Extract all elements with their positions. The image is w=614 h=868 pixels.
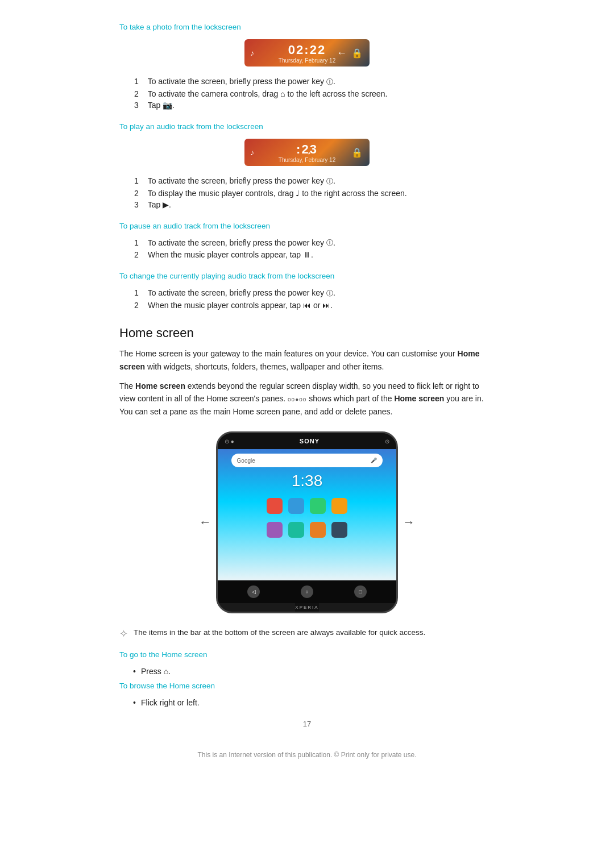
- sony-logo: SONY: [300, 438, 320, 445]
- phone-top-bar: ⊙ ● SONY ⊙: [218, 433, 396, 449]
- step-text: When the music player controls appear, t…: [148, 301, 333, 310]
- app-icon-5: [267, 522, 283, 538]
- step-text: To activate the screen, briefly press th…: [148, 238, 335, 247]
- step-text: Tap 📷.: [148, 101, 175, 110]
- app-icon-4: [331, 498, 347, 514]
- lock-icon-2: 🔒: [351, 147, 363, 157]
- change-audio-title: To change the currently playing audio tr…: [119, 272, 495, 280]
- swipe-right-arrow: →: [403, 515, 415, 530]
- back-button: ◁: [247, 585, 260, 598]
- step-text: To display the music player controls, dr…: [148, 189, 407, 198]
- step-text: To activate the camera controls, drag ⌂ …: [148, 89, 388, 98]
- change-audio-steps: 1 To activate the screen, briefly press …: [131, 288, 495, 310]
- browse-home-title: To browse the Home screen: [119, 682, 495, 690]
- home-screen-heading: Home screen: [119, 326, 495, 340]
- app-icon-3: [310, 498, 326, 514]
- tip-star-icon: ✧: [119, 628, 128, 640]
- app-icon-2: [288, 498, 304, 514]
- browse-home-step-text: Flick right or left.: [141, 698, 200, 707]
- app-icon-1: [267, 498, 283, 514]
- go-home-step-text: Press ⌂.: [141, 667, 171, 676]
- xperia-label: XPERIA: [295, 603, 318, 612]
- app-icons-row-2: [218, 522, 396, 538]
- status-right-icons: ⊙: [385, 438, 389, 445]
- step-item: 2 When the music player controls appear,…: [131, 301, 495, 310]
- tip-text: The items in the bar at the bottom of th…: [134, 627, 425, 638]
- bold-home-screen-3: Home screen: [394, 394, 444, 403]
- step-item: 1 To activate the screen, briefly press …: [131, 176, 495, 186]
- step-item: 2 When the music player controls appear,…: [131, 250, 495, 259]
- browse-home-step: Flick right or left.: [131, 698, 495, 707]
- step-item: 1 To activate the screen, briefly press …: [131, 77, 495, 87]
- dots-indicator: oo●oo: [288, 396, 306, 402]
- take-photo-section: To take a photo from the lockscreen ♪ 02…: [119, 23, 495, 110]
- swipe-left-arrow: ←: [199, 515, 211, 530]
- step-text: Tap ▶.: [148, 200, 171, 209]
- phone-mockup-container: ← ⊙ ● SONY ⊙ Google 🎤 1:38: [119, 431, 495, 613]
- app-icon-6: [288, 522, 304, 538]
- pause-audio-steps: 1 To activate the screen, briefly press …: [131, 238, 495, 260]
- step-item: 2 To activate the camera controls, drag …: [131, 89, 495, 98]
- change-audio-section: To change the currently playing audio tr…: [119, 272, 495, 310]
- pause-audio-title: To pause an audio track from the lockscr…: [119, 222, 495, 230]
- lockscreen-date-1: Thursday, February 12: [279, 57, 335, 64]
- app-icon-7: [310, 522, 326, 538]
- google-search-bar: Google 🎤: [231, 454, 383, 467]
- music-icon-2: ♪: [250, 148, 254, 157]
- step-item: 1 To activate the screen, briefly press …: [131, 238, 495, 248]
- lockscreen-photo-image: ♪ 02:22 ← 🔒 Thursday, February 12: [244, 39, 370, 67]
- app-icon-8: [331, 522, 347, 538]
- step-item: 2 To display the music player controls, …: [131, 189, 495, 198]
- page-number: 17: [119, 720, 495, 728]
- home-screen-para2: The Home screen extends beyond the regul…: [119, 380, 495, 418]
- phone-mockup: ⊙ ● SONY ⊙ Google 🎤 1:38: [216, 431, 398, 613]
- play-audio-section: To play an audio track from the lockscre…: [119, 122, 495, 209]
- page-footer: This is an Internet version of this publ…: [119, 751, 495, 759]
- step-text: When the music player controls appear, t…: [148, 250, 313, 259]
- step-text: To activate the screen, briefly press th…: [148, 77, 335, 86]
- arrow-left-icon: ←: [337, 47, 347, 59]
- lockscreen-time-1: 02:22: [288, 43, 326, 57]
- bold-home-screen-1: Home screen: [119, 349, 479, 371]
- phone-wrapper: ← ⊙ ● SONY ⊙ Google 🎤 1:38: [216, 431, 398, 613]
- google-label: Google: [237, 458, 255, 464]
- home-screen-para1: The Home screen is your gateway to the m…: [119, 347, 495, 373]
- home-button: ○: [301, 585, 313, 598]
- lockscreen-date-2: Thursday, February 12: [279, 157, 335, 163]
- bold-home-screen-2: Home screen: [135, 381, 185, 391]
- lockscreen-audio-image: ♪ :23 → 🔒 Thursday, February 12: [244, 139, 370, 166]
- tip-box: ✧ The items in the bar at the bottom of …: [119, 627, 495, 640]
- go-home-step: Press ⌂.: [131, 667, 495, 676]
- step-item: 3 Tap 📷.: [131, 101, 495, 110]
- app-icons-row-1: [218, 498, 396, 514]
- page-content: To take a photo from the lockscreen ♪ 02…: [85, 0, 529, 793]
- mic-icon: 🎤: [371, 458, 377, 463]
- step-text: To activate the screen, briefly press th…: [148, 288, 335, 297]
- clock-widget: 1:38: [218, 472, 396, 490]
- play-audio-title: To play an audio track from the lockscre…: [119, 122, 495, 131]
- recents-button: □: [354, 585, 367, 598]
- pause-audio-section: To pause an audio track from the lockscr…: [119, 222, 495, 260]
- step-text: To activate the screen, briefly press th…: [148, 176, 335, 185]
- step-item: 1 To activate the screen, briefly press …: [131, 288, 495, 298]
- music-note-icon: ♪: [250, 48, 254, 57]
- browse-home-steps: Flick right or left.: [131, 698, 495, 707]
- phone-bottom-bar: ◁ ○ □: [218, 580, 396, 603]
- home-screen-section: Home screen The Home screen is your gate…: [119, 326, 495, 707]
- go-home-steps: Press ⌂.: [131, 667, 495, 676]
- go-home-title: To go to the Home screen: [119, 650, 495, 659]
- phone-screen: Google 🎤 1:38: [218, 449, 396, 580]
- take-photo-steps: 1 To activate the screen, briefly press …: [131, 77, 495, 110]
- play-audio-steps: 1 To activate the screen, briefly press …: [131, 176, 495, 209]
- take-photo-title: To take a photo from the lockscreen: [119, 23, 495, 31]
- lock-icon-1: 🔒: [351, 48, 363, 59]
- step-item: 3 Tap ▶.: [131, 200, 495, 209]
- status-left-icons: ⊙ ●: [225, 438, 234, 445]
